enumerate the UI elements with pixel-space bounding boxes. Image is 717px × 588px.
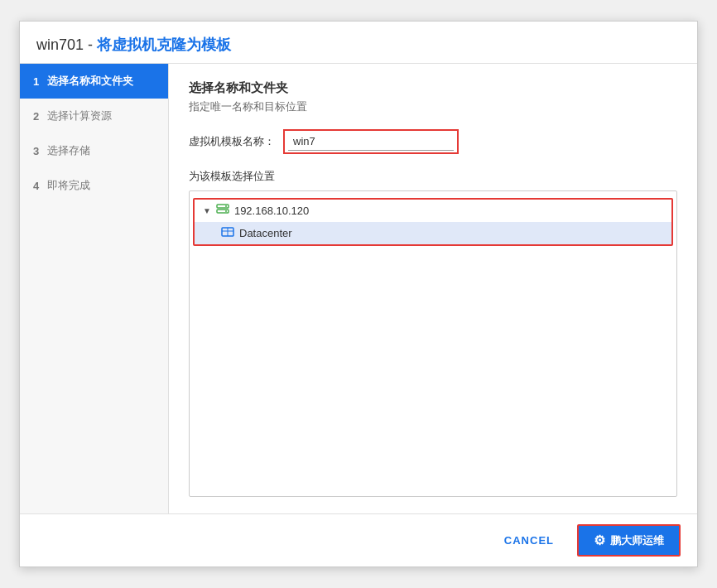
dialog-title: win701 - 将虚拟机克隆为模板 [20,22,697,64]
vm-name-row: 虚拟机模板名称： [189,129,677,154]
step1-label: 选择名称和文件夹 [47,74,133,89]
sidebar: 1 选择名称和文件夹 2 选择计算资源 3 选择存储 4 即将完成 [20,64,169,513]
step2-label: 选择计算资源 [47,108,112,123]
clone-vm-dialog: win701 - 将虚拟机克隆为模板 1 选择名称和文件夹 2 选择计算资源 3… [19,21,698,567]
svg-point-3 [225,210,227,212]
title-prefix: win701 - [36,36,97,53]
datacenter-icon [221,225,234,241]
server-icon [216,203,229,219]
svg-point-2 [225,205,227,207]
location-label: 为该模板选择位置 [189,169,677,184]
step3-number: 3 [33,145,39,157]
main-content: 选择名称和文件夹 指定唯一名称和目标位置 虚拟机模板名称： 为该模板选择位置 ▼ [169,64,697,513]
sidebar-item-step2[interactable]: 2 选择计算资源 [20,99,168,133]
sidebar-item-step3[interactable]: 3 选择存储 [20,133,168,168]
vm-name-input[interactable] [288,133,454,151]
section-title: 选择名称和文件夹 [189,80,677,96]
sidebar-item-step4[interactable]: 4 即将完成 [20,168,168,203]
title-suffix: 将虚拟机克隆为模板 [97,36,231,53]
next-button[interactable]: ⚙ 鹏大师运维 [577,524,681,557]
cancel-button[interactable]: CANCEL [491,528,567,553]
tree-highlight: ▼ 192.168.10.120 [193,198,673,246]
step3-label: 选择存储 [47,143,90,158]
vm-name-input-wrapper [283,129,459,154]
next-icon: ⚙ [594,533,605,548]
location-tree[interactable]: ▼ 192.168.10.120 [189,190,677,497]
next-label: 鹏大师运维 [610,533,664,548]
step1-number: 1 [33,75,39,88]
tree-root-label: 192.168.10.120 [234,205,309,217]
dialog-body: 1 选择名称和文件夹 2 选择计算资源 3 选择存储 4 即将完成 选择名称和文… [20,64,697,513]
sidebar-item-step1[interactable]: 1 选择名称和文件夹 [20,64,168,99]
tree-datacenter-item[interactable]: Datacenter [195,222,671,244]
step4-label: 即将完成 [47,178,90,193]
tree-expand-icon[interactable]: ▼ [203,206,211,215]
vm-name-label: 虚拟机模板名称： [189,134,275,149]
dialog-footer: CANCEL ⚙ 鹏大师运维 [20,513,697,566]
step4-number: 4 [33,180,39,192]
step2-number: 2 [33,110,39,123]
tree-datacenter-label: Datacenter [239,227,292,239]
tree-root-item[interactable]: ▼ 192.168.10.120 [195,200,671,222]
section-subtitle: 指定唯一名称和目标位置 [189,99,677,114]
